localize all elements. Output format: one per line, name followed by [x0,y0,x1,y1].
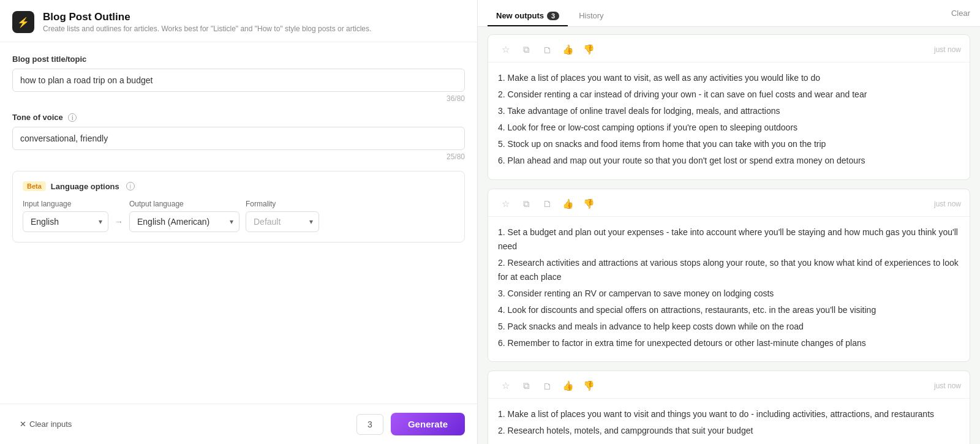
formality-select-wrapper: Default Formal Informal [246,211,319,232]
output-timestamp: just now [934,200,961,208]
title-char-count: 36/80 [12,94,465,103]
star-icon[interactable]: ☆ [497,195,514,213]
thumbs-down-icon[interactable]: 👎 [580,377,597,394]
copy-icon[interactable]: ⧉ [518,377,535,394]
tabs-bar: New outputs 3 History Clear [478,0,980,27]
title-field-label: Blog post title/topic [12,55,465,64]
output-card-actions: ☆⧉🗋👍👎just now [488,371,970,399]
doc-icon[interactable]: 🗋 [538,41,556,58]
language-box-header: Beta Language options i [23,181,454,191]
list-item: 2. Research hotels, motels, and campgrou… [498,424,960,438]
tab-history[interactable]: History [570,6,612,26]
tone-input[interactable] [12,127,465,150]
input-language-col: Input language English French Spanish [23,200,108,232]
output-card: ☆⧉🗋👍👎just now1. Make a list of places yo… [488,371,970,444]
output-language-select-wrapper: English (American) English (British) Fre… [129,211,239,232]
footer: ✕ Clear inputs 3 Generate [0,404,477,444]
tone-char-count: 25/80 [12,152,465,161]
list-item: 1. Set a budget and plan out your expens… [498,225,960,254]
output-timestamp: just now [934,45,961,54]
outputs-area: ☆⧉🗋👍👎just now1. Make a list of places yo… [478,27,980,444]
list-item: 3. Take advantage of online travel deals… [498,104,960,118]
copy-icon[interactable]: ⧉ [518,41,535,58]
count-badge: 3 [356,414,383,435]
left-panel: ⚡ Blog Post Outline Create lists and out… [0,0,478,444]
form-area: Blog post title/topic 36/80 Tone of voic… [0,42,477,404]
list-item: 5. Pack snacks and meals in advance to h… [498,320,960,334]
thumbs-up-icon[interactable]: 👍 [559,195,576,213]
output-content: 1. Make a list of places you want to vis… [488,399,970,444]
input-language-select-wrapper: English French Spanish [23,211,108,232]
title-input[interactable] [12,69,465,92]
list-item: 2. Consider renting a car instead of dri… [498,88,960,102]
clear-inputs-button[interactable]: ✕ Clear inputs [12,415,79,434]
thumbs-up-icon[interactable]: 👍 [559,41,576,58]
list-item: 6. Plan ahead and map out your route so … [498,154,960,168]
list-item: 3. Map out your route with estimated tra… [498,441,960,445]
thumbs-up-icon[interactable]: 👍 [559,377,576,394]
output-language-select[interactable]: English (American) English (British) Fre… [129,211,239,232]
star-icon[interactable]: ☆ [497,41,514,58]
page-subtitle: Create lists and outlines for articles. … [43,24,371,33]
input-language-select[interactable]: English French Spanish [23,211,108,232]
output-language-col: Output language English (American) Engli… [129,200,239,232]
output-content: 1. Make a list of places you want to vis… [488,62,970,179]
app-header: ⚡ Blog Post Outline Create lists and out… [0,0,477,42]
output-language-label: Output language [129,200,239,208]
list-item: 4. Look for discounts and special offers… [498,303,960,317]
copy-icon[interactable]: ⧉ [518,195,535,213]
thumbs-down-icon[interactable]: 👎 [580,41,597,58]
list-item: 6. Remember to factor in extra time for … [498,336,960,350]
output-timestamp: just now [934,382,961,390]
app-icon: ⚡ [12,11,34,33]
page-title: Blog Post Outline [43,11,371,23]
star-icon[interactable]: ☆ [497,377,514,394]
output-card: ☆⧉🗋👍👎just now1. Make a list of places yo… [488,34,970,180]
list-item: 1. Make a list of places you want to vis… [498,71,960,85]
clear-x-icon: ✕ [20,420,26,429]
formality-select[interactable]: Default Formal Informal [246,211,319,232]
list-item: 2. Research activities and attractions a… [498,256,960,284]
list-item: 1. Make a list of places you want to vis… [498,407,960,421]
tone-field-label: Tone of voice i [12,113,465,122]
doc-icon[interactable]: 🗋 [538,195,556,213]
header-text: Blog Post Outline Create lists and outli… [43,11,371,33]
tab-new-outputs[interactable]: New outputs 3 [488,6,568,26]
language-info-icon[interactable]: i [126,182,135,190]
beta-badge: Beta [23,181,46,191]
tone-info-icon[interactable]: i [68,113,77,122]
right-panel: New outputs 3 History Clear ☆⧉🗋👍👎just no… [478,0,980,444]
list-item: 5. Stock up on snacks and food items fro… [498,137,960,151]
language-options-box: Beta Language options i Input language E… [12,171,465,243]
output-card-actions: ☆⧉🗋👍👎just now [488,189,970,217]
new-outputs-badge: 3 [547,12,559,20]
clear-outputs-link[interactable]: Clear [951,9,970,24]
generate-button[interactable]: Generate [391,413,465,435]
tone-field-group: Tone of voice i 25/80 [12,113,465,161]
thumbs-down-icon[interactable]: 👎 [580,195,597,213]
input-language-label: Input language [23,200,108,208]
doc-icon[interactable]: 🗋 [538,377,556,394]
formality-label: Formality [246,200,319,208]
language-row: Input language English French Spanish → … [23,200,454,232]
output-card-actions: ☆⧉🗋👍👎just now [488,35,970,62]
list-item: 3. Consider renting an RV or campervan t… [498,287,960,301]
output-card: ☆⧉🗋👍👎just now1. Set a budget and plan ou… [488,189,970,363]
language-options-label: Language options [51,182,119,191]
arrow-icon: → [115,206,123,227]
formality-col: Formality Default Formal Informal [246,200,319,232]
output-content: 1. Set a budget and plan out your expens… [488,217,970,362]
title-field-group: Blog post title/topic 36/80 [12,55,465,103]
list-item: 4. Look for free or low-cost camping opt… [498,121,960,135]
